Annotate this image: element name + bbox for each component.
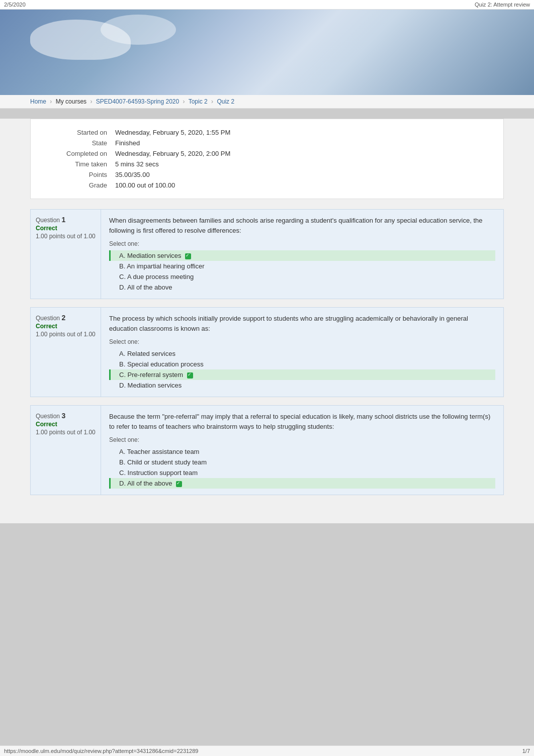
answer-option-2-0: A. Related services xyxy=(109,348,495,359)
breadcrumb-quiz[interactable]: Quiz 2 xyxy=(217,98,234,105)
question-label-1: Question xyxy=(36,217,61,224)
answer-list-2: A. Related servicesB. Special education … xyxy=(109,348,495,391)
select-label-1: Select one: xyxy=(109,240,495,247)
question-sidebar-3: Question 3 Correct 1.00 points out of 1.… xyxy=(31,406,101,495)
topbar-date: 2/5/2020 xyxy=(4,2,26,8)
completed-value: Wednesday, February 5, 2020, 2:00 PM xyxy=(111,148,493,159)
select-label-2: Select one: xyxy=(109,338,495,345)
question-points-2: 1.00 points out of 1.00 xyxy=(36,331,96,338)
completed-label: Completed on xyxy=(41,148,111,159)
select-label-3: Select one: xyxy=(109,436,495,443)
main-content: Started on Wednesday, February 5, 2020, … xyxy=(0,119,534,523)
questions-container: Question 1 Correct 1.00 points out of 1.… xyxy=(30,209,504,495)
started-label: Started on xyxy=(41,127,111,138)
answer-option-2-1: B. Special education process xyxy=(109,359,495,369)
grade-label: Grade xyxy=(41,180,111,191)
answer-list-1: A. Mediation services B. An impartial he… xyxy=(109,250,495,293)
summary-row-time: Time taken 5 mins 32 secs xyxy=(41,159,493,169)
summary-section: Started on Wednesday, February 5, 2020, … xyxy=(30,119,504,199)
breadcrumb-topic[interactable]: Topic 2 xyxy=(189,98,208,105)
question-text-2: The process by which schools initially p… xyxy=(109,314,495,333)
breadcrumb-course[interactable]: SPED4007-64593-Spring 2020 xyxy=(96,98,179,105)
question-number-1: 1 xyxy=(61,216,65,224)
answer-option-3-3: D. All of the above xyxy=(109,478,495,489)
question-status-2: Correct xyxy=(36,323,96,330)
started-value: Wednesday, February 5, 2020, 1:55 PM xyxy=(111,127,493,138)
answer-option-1-3: D. All of the above xyxy=(109,282,495,293)
question-points-3: 1.00 points out of 1.00 xyxy=(36,429,96,436)
answer-option-2-2: C. Pre-referral system xyxy=(109,369,495,380)
summary-table: Started on Wednesday, February 5, 2020, … xyxy=(41,127,493,191)
question-points-1: 1.00 points out of 1.00 xyxy=(36,233,96,240)
time-label: Time taken xyxy=(41,159,111,169)
breadcrumb: Home › My courses › SPED4007-64593-Sprin… xyxy=(0,95,534,109)
answer-list-3: A. Teacher assistance teamB. Child or st… xyxy=(109,446,495,489)
state-label: State xyxy=(41,138,111,148)
question-body-2: The process by which schools initially p… xyxy=(101,308,503,397)
breadcrumb-home[interactable]: Home xyxy=(30,98,46,105)
breadcrumb-mycourses: My courses xyxy=(56,98,86,105)
question-label-2: Question xyxy=(36,315,61,322)
question-status-3: Correct xyxy=(36,421,96,428)
summary-row-completed: Completed on Wednesday, February 5, 2020… xyxy=(41,148,493,159)
check-icon-3-3 xyxy=(176,481,182,487)
answer-option-1-2: C. A due process meeting xyxy=(109,271,495,282)
answer-option-1-1: B. An impartial hearing officer xyxy=(109,261,495,271)
header-image xyxy=(0,10,534,95)
question-status-1: Correct xyxy=(36,225,96,232)
summary-row-started: Started on Wednesday, February 5, 2020, … xyxy=(41,127,493,138)
summary-row-grade: Grade 100.00 out of 100.00 xyxy=(41,180,493,191)
check-icon-1-0 xyxy=(185,253,191,259)
question-body-3: Because the term "pre-referral" may impl… xyxy=(101,406,503,495)
answer-option-3-2: C. Instruction support team xyxy=(109,467,495,478)
question-text-3: Because the term "pre-referral" may impl… xyxy=(109,412,495,431)
answer-option-2-3: D. Mediation services xyxy=(109,380,495,391)
grade-value: 100.00 out of 100.00 xyxy=(111,180,493,191)
check-icon-2-2 xyxy=(187,372,193,379)
question-body-1: When disagreements between families and … xyxy=(101,210,503,299)
question-block-3: Question 3 Correct 1.00 points out of 1.… xyxy=(30,405,504,495)
answer-option-1-0: A. Mediation services xyxy=(109,250,495,261)
points-value: 35.00/35.00 xyxy=(111,169,493,180)
question-sidebar-2: Question 2 Correct 1.00 points out of 1.… xyxy=(31,308,101,397)
topbar-title: Quiz 2: Attempt review xyxy=(475,2,530,8)
question-block-2: Question 2 Correct 1.00 points out of 1.… xyxy=(30,307,504,397)
state-value: Finished xyxy=(111,138,493,148)
time-value: 5 mins 32 secs xyxy=(111,159,493,169)
top-bar: 2/5/2020 Quiz 2: Attempt review xyxy=(0,0,534,10)
points-label: Points xyxy=(41,169,111,180)
summary-row-points: Points 35.00/35.00 xyxy=(41,169,493,180)
question-block-1: Question 1 Correct 1.00 points out of 1.… xyxy=(30,209,504,299)
question-label-3: Question xyxy=(36,413,61,420)
question-number-2: 2 xyxy=(61,314,65,322)
question-text-1: When disagreements between families and … xyxy=(109,216,495,235)
answer-option-3-0: A. Teacher assistance team xyxy=(109,446,495,457)
question-number-3: 3 xyxy=(61,412,65,420)
answer-option-3-1: B. Child or student study team xyxy=(109,457,495,467)
summary-row-state: State Finished xyxy=(41,138,493,148)
question-sidebar-1: Question 1 Correct 1.00 points out of 1.… xyxy=(31,210,101,299)
